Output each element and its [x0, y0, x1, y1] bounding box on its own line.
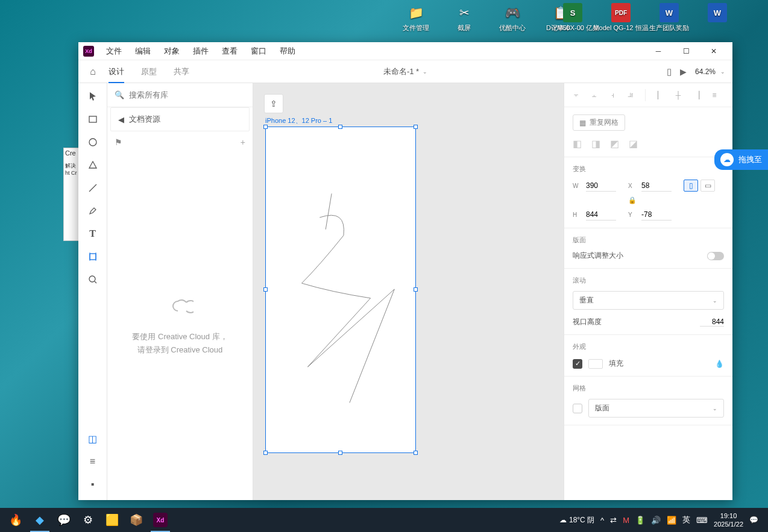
- tray-chevron-icon[interactable]: ^: [600, 516, 604, 525]
- device-preview-icon[interactable]: ▯: [667, 66, 672, 77]
- menu-file[interactable]: 文件: [106, 46, 122, 57]
- library-search-input[interactable]: [129, 90, 245, 99]
- tab-share[interactable]: 共享: [174, 66, 189, 77]
- desktop-icon[interactable]: 🎮优酷中心: [494, 3, 530, 33]
- tray-sync-icon[interactable]: ⇄: [610, 516, 617, 525]
- selection-handle[interactable]: [414, 125, 418, 129]
- plugins-icon[interactable]: ▪: [87, 478, 99, 490]
- desktop-icon[interactable]: ✂截屏: [446, 3, 482, 33]
- canvas[interactable]: ⇪ iPhone 12、12 Pro – 1: [253, 83, 564, 500]
- selection-handle[interactable]: [414, 451, 418, 455]
- grid-type-select[interactable]: 版面⌄: [588, 399, 724, 418]
- height-input[interactable]: [586, 209, 616, 221]
- document-title[interactable]: 未命名-1 *⌄: [383, 66, 427, 77]
- tab-design[interactable]: 设计: [109, 66, 124, 83]
- fill-checkbox[interactable]: ✓: [573, 359, 582, 369]
- landscape-button[interactable]: ▭: [700, 180, 715, 192]
- taskbar-xd[interactable]: Xd: [148, 508, 172, 532]
- taskbar-app[interactable]: 🟨: [100, 508, 124, 532]
- boolean-intersect-icon[interactable]: ◩: [610, 138, 619, 149]
- layers-icon[interactable]: ≡: [87, 455, 99, 468]
- artboard-tool[interactable]: [87, 251, 99, 263]
- desktop-icon[interactable]: 📁文件管理: [398, 3, 434, 33]
- align-vcenter-icon[interactable]: ⫠: [590, 90, 599, 100]
- desktop-file[interactable]: W: [699, 3, 735, 33]
- menu-window[interactable]: 窗口: [251, 46, 266, 57]
- pen-tool[interactable]: [87, 205, 99, 217]
- desktop-file[interactable]: W生产团队奖励: [651, 3, 687, 33]
- share-button[interactable]: ⇪: [264, 94, 283, 113]
- tray-keyboard-icon[interactable]: ⌨: [696, 516, 708, 525]
- boolean-subtract-icon[interactable]: ◨: [591, 138, 600, 149]
- scroll-select[interactable]: 垂直⌄: [573, 291, 724, 310]
- pin-icon[interactable]: ⚑: [115, 137, 122, 147]
- tab-prototype[interactable]: 原型: [141, 66, 157, 77]
- grid-checkbox[interactable]: [573, 404, 582, 413]
- tray-wifi-icon[interactable]: 📶: [667, 516, 676, 525]
- ellipse-tool[interactable]: [87, 136, 99, 148]
- close-button[interactable]: ✕: [700, 42, 728, 60]
- menu-plugins[interactable]: 插件: [193, 46, 209, 57]
- weather-widget[interactable]: ☁ 18°C 阴: [559, 515, 594, 525]
- artboard[interactable]: [265, 127, 416, 453]
- selection-handle[interactable]: [414, 287, 418, 292]
- line-tool[interactable]: [87, 182, 99, 194]
- y-input[interactable]: [641, 209, 672, 221]
- menu-help[interactable]: 帮助: [280, 46, 295, 57]
- boolean-exclude-icon[interactable]: ◪: [629, 138, 638, 149]
- add-icon[interactable]: +: [241, 137, 245, 147]
- selection-handle[interactable]: [338, 125, 342, 129]
- taskbar-clock[interactable]: 19:10 2025/1/22: [714, 512, 743, 529]
- selection-handle[interactable]: [263, 451, 268, 455]
- x-input[interactable]: [641, 180, 672, 192]
- align-hcenter-icon[interactable]: ┼: [673, 90, 683, 100]
- taskbar-settings[interactable]: ⚙: [76, 508, 100, 532]
- document-assets-row[interactable]: ◀ 文档资源: [110, 107, 250, 131]
- tray-battery-icon[interactable]: 🔋: [635, 516, 645, 525]
- align-top-icon[interactable]: ⫟: [571, 90, 581, 100]
- width-input[interactable]: [586, 180, 616, 192]
- selection-handle[interactable]: [263, 125, 268, 129]
- taskbar-wechat[interactable]: 💬: [52, 508, 76, 532]
- responsive-toggle[interactable]: [707, 252, 724, 260]
- libraries-icon[interactable]: ◫: [87, 433, 99, 445]
- taskbar-app[interactable]: 📦: [124, 508, 148, 532]
- distribute-h-icon[interactable]: ≡: [710, 90, 719, 100]
- distribute-v-icon[interactable]: ⫡: [626, 90, 635, 100]
- selection-handle[interactable]: [338, 451, 342, 455]
- taskbar-app[interactable]: ◆: [28, 508, 52, 532]
- repeat-grid-button[interactable]: ▦重复网格: [573, 114, 625, 131]
- rectangle-tool[interactable]: [87, 113, 99, 125]
- selection-handle[interactable]: [263, 287, 268, 292]
- minimize-button[interactable]: ─: [644, 42, 672, 60]
- menu-edit[interactable]: 编辑: [135, 46, 151, 57]
- home-button[interactable]: ⌂: [78, 66, 107, 77]
- baidu-drive-float[interactable]: ☁ 拖拽至: [714, 149, 768, 170]
- zoom-select[interactable]: 64.2%⌄: [695, 67, 725, 76]
- desktop-file[interactable]: PDFModel QG-12 恒温: [603, 3, 639, 33]
- tray-volume-icon[interactable]: 🔊: [651, 516, 661, 525]
- notifications-icon[interactable]: 💬: [749, 516, 758, 524]
- align-bottom-icon[interactable]: ⫞: [608, 90, 617, 100]
- align-left-icon[interactable]: ▏: [655, 90, 665, 100]
- lock-icon[interactable]: 🔒: [628, 196, 635, 204]
- text-tool[interactable]: T: [87, 228, 99, 240]
- eyedropper-icon[interactable]: 💧: [715, 360, 724, 368]
- boolean-add-icon[interactable]: ◧: [573, 138, 582, 149]
- polygon-tool[interactable]: [87, 159, 99, 171]
- artboard-label[interactable]: iPhone 12、12 Pro – 1: [265, 116, 332, 125]
- tray-m-icon[interactable]: M: [623, 516, 629, 525]
- taskbar-app[interactable]: 🔥: [4, 508, 28, 532]
- menu-object[interactable]: 对象: [164, 46, 180, 57]
- align-right-icon[interactable]: ▕: [691, 90, 701, 100]
- tray-ime[interactable]: 英: [682, 515, 690, 525]
- maximize-button[interactable]: ☐: [672, 42, 700, 60]
- desktop-file[interactable]: SD·YM50X-00 亿柴: [555, 3, 591, 33]
- viewport-height-input[interactable]: [700, 318, 724, 327]
- zoom-tool[interactable]: [87, 274, 99, 286]
- play-icon[interactable]: ▶: [680, 67, 687, 77]
- menu-view[interactable]: 查看: [222, 46, 238, 57]
- fill-color-swatch[interactable]: [588, 359, 603, 369]
- portrait-button[interactable]: ▯: [684, 180, 698, 192]
- select-tool[interactable]: [87, 90, 99, 102]
